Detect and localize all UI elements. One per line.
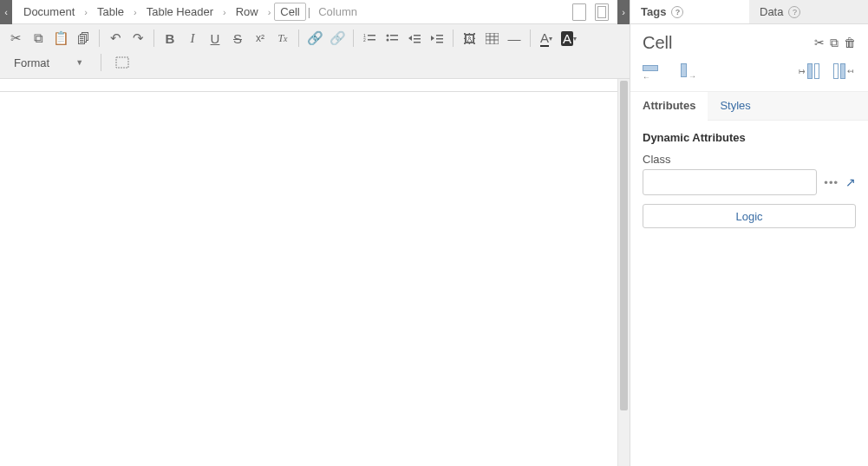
svg-rect-14 [436, 38, 443, 40]
panel-title: Cell [643, 33, 672, 53]
hr-icon[interactable]: — [504, 28, 525, 49]
breadcrumb-divider: | [306, 5, 312, 18]
tab-label: Data [760, 5, 783, 18]
show-blocks-icon[interactable] [112, 52, 133, 73]
svg-rect-13 [436, 35, 443, 36]
logic-button[interactable]: Logic [643, 204, 856, 228]
paste-special-icon[interactable]: 🗐 [73, 28, 94, 49]
svg-point-6 [386, 38, 388, 41]
split-left-icon[interactable]: ↦ [799, 63, 821, 82]
chevron-right-icon: › [81, 7, 91, 17]
cut-icon[interactable]: ✂ [814, 36, 825, 50]
svg-rect-21 [116, 57, 128, 68]
subtab-styles[interactable]: Styles [708, 92, 762, 120]
bg-color-icon[interactable]: A▾ [558, 28, 579, 49]
help-icon[interactable]: ? [671, 6, 683, 18]
list-numbered-icon[interactable]: 12 [359, 28, 380, 49]
chevron-down-icon: ▼ [75, 58, 83, 67]
breadcrumb-item[interactable]: Row [230, 3, 264, 21]
breadcrumb: Document › Table › Table Header › Row › … [12, 3, 564, 21]
cut-icon[interactable]: ✂ [5, 28, 26, 49]
svg-marker-12 [431, 36, 434, 41]
text-color-icon[interactable]: A▾ [536, 28, 557, 49]
svg-text:2: 2 [363, 37, 366, 43]
svg-rect-16 [486, 33, 499, 44]
merge-vertical-icon[interactable]: → [677, 63, 700, 82]
svg-rect-7 [390, 39, 398, 41]
class-label: Class [643, 153, 856, 166]
chevron-right-icon: › [219, 7, 230, 17]
breadcrumb-item[interactable]: Table Header [140, 3, 219, 21]
toolbar: ✂ ⧉ 📋 🗐 ↶ ↷ B I U S x² Tx 🔗 🔗 12 [0, 24, 630, 79]
collapse-left-icon[interactable]: ‹ [0, 0, 12, 24]
page-outline-icon[interactable] [595, 3, 609, 21]
collapse-right-icon[interactable]: › [617, 0, 630, 24]
subtab-attributes[interactable]: Attributes [630, 92, 708, 121]
class-input[interactable] [643, 169, 817, 195]
copy-icon[interactable]: ⧉ [28, 28, 49, 49]
underline-button[interactable]: U [205, 28, 225, 49]
redo-icon[interactable]: ↷ [127, 28, 148, 49]
svg-rect-10 [414, 38, 421, 40]
svg-rect-11 [414, 42, 421, 43]
undo-icon[interactable]: ↶ [105, 28, 126, 49]
svg-rect-9 [414, 35, 421, 36]
editor-canvas[interactable] [0, 79, 630, 466]
tab-data[interactable]: Data ? [749, 0, 868, 23]
unlink-icon[interactable]: 🔗 [327, 28, 348, 49]
section-title: Dynamic Attributes [643, 131, 856, 144]
delete-icon[interactable]: 🗑 [844, 36, 856, 50]
merge-horizontal-icon[interactable]: ← [643, 63, 665, 82]
italic-button[interactable]: I [182, 28, 203, 49]
split-right-icon[interactable]: ↤ [833, 63, 856, 82]
breadcrumb-item-active[interactable]: Cell [274, 3, 305, 21]
format-dropdown[interactable]: Format ▼ [7, 55, 90, 71]
breadcrumb-bar: ‹ Document › Table › Table Header › Row … [0, 0, 630, 24]
breadcrumb-item-trailing[interactable]: Column [312, 3, 363, 21]
bold-button[interactable]: B [160, 28, 180, 49]
help-icon[interactable]: ? [788, 6, 800, 18]
table-icon[interactable] [481, 28, 502, 49]
tab-tags[interactable]: Tags ? [630, 0, 749, 23]
copy-icon[interactable]: ⧉ [830, 36, 839, 50]
cell-merge-tools: ← → ↦ ↤ [630, 58, 868, 92]
list-bulleted-icon[interactable] [382, 28, 402, 49]
outdent-icon[interactable] [404, 28, 425, 49]
svg-marker-8 [408, 36, 412, 41]
svg-rect-3 [368, 39, 375, 41]
right-panel: Tags ? Data ? Cell ✂ ⧉ 🗑 ← [630, 0, 868, 466]
chevron-right-icon: › [130, 7, 140, 17]
chevron-right-icon: › [264, 7, 275, 17]
svg-rect-15 [436, 42, 443, 43]
format-label: Format [14, 56, 49, 69]
breadcrumb-item[interactable]: Document [17, 3, 81, 21]
page-single-icon[interactable] [572, 3, 586, 21]
svg-rect-5 [390, 35, 398, 36]
strikethrough-button[interactable]: S [227, 28, 248, 49]
superscript-icon[interactable]: x² [250, 28, 271, 49]
more-icon[interactable]: ••• [824, 176, 839, 189]
image-icon[interactable]: 🖼 [459, 28, 480, 49]
paste-icon[interactable]: 📋 [50, 28, 71, 49]
indent-icon[interactable] [427, 28, 447, 49]
clear-format-icon[interactable]: Tx [272, 28, 293, 49]
link-icon[interactable]: 🔗 [304, 28, 325, 49]
tab-label: Tags [641, 5, 666, 18]
breadcrumb-item[interactable]: Table [91, 3, 130, 21]
external-link-icon[interactable]: ↗ [845, 175, 856, 189]
svg-point-4 [386, 34, 388, 36]
svg-rect-1 [368, 35, 375, 36]
scrollbar-vertical[interactable] [617, 79, 630, 466]
